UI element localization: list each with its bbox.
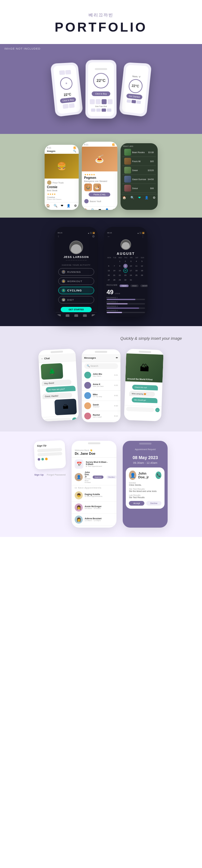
- chat-list-item-5[interactable]: Rachel Let's meet! 8:10: [82, 411, 121, 421]
- nav-icon-2[interactable]: [66, 314, 69, 317]
- fp1-search-icon[interactable]: 🔍: [73, 150, 76, 153]
- chat-search-bar[interactable]: 🔍 Search: [84, 363, 118, 369]
- cal-cell-16[interactable]: 16: [123, 269, 128, 273]
- nav-icon-4[interactable]: [83, 314, 87, 317]
- cp1-header-back[interactable]: ←: [41, 357, 44, 360]
- fp2-tab2[interactable]: 🔍: [91, 208, 95, 210]
- cp3-send-btn[interactable]: →: [155, 408, 159, 412]
- cal-cell-5[interactable]: 5: [140, 259, 144, 264]
- share-icon[interactable]: ↑: [58, 235, 59, 238]
- cal-cell-14[interactable]: 14: [112, 269, 116, 273]
- chat-send-btn[interactable]: →: [72, 417, 77, 422]
- fp3-tab4[interactable]: 👤: [145, 196, 148, 199]
- header-korean-text: 베리끄까빈: [6, 12, 196, 18]
- patient-3[interactable]: 👧 Annie McGregor 09:00am - 10:00am: [72, 502, 116, 514]
- center-btn[interactable]: Click to Buy: [92, 91, 111, 96]
- patient-4[interactable]: 👩 Adinna Bessiani 11:00am - 12:00pm: [72, 514, 116, 526]
- fp1-icons: 📶: [73, 147, 76, 149]
- cal-cell-7[interactable]: 7: [112, 264, 116, 268]
- fp1-content: Frour Truck Cremie Best Steak ★★★★ Conet…: [45, 179, 79, 202]
- fp2-tab4[interactable]: 👤: [105, 208, 109, 210]
- chat-input-field[interactable]: [43, 417, 71, 422]
- cal-cell-11[interactable]: 11: [134, 264, 138, 268]
- nav-icon-3[interactable]: [74, 314, 78, 317]
- fp2-tab1[interactable]: 🏠: [83, 208, 88, 210]
- chat-list-item-4[interactable]: Sarah Thanks! 8:30: [82, 401, 121, 411]
- cal-cell-18[interactable]: 18: [134, 269, 138, 273]
- cal-cell-31[interactable]: 31: [129, 278, 133, 282]
- accept-btn[interactable]: Accept: [129, 501, 144, 506]
- activity-workout[interactable]: 💪 WORKOUT: [58, 277, 94, 285]
- fp1-tab1[interactable]: 🏠: [46, 204, 50, 207]
- fp3-tab3[interactable]: ❤: [138, 196, 141, 199]
- nav-icon-1[interactable]: [57, 314, 61, 317]
- cal-cell-21[interactable]: 21: [112, 273, 116, 277]
- patient1-approve-btn[interactable]: Approve: [93, 475, 103, 478]
- chat-list-item-1[interactable]: John Blu Hey there... 9:41: [82, 370, 121, 380]
- cal-cell-29[interactable]: 29: [118, 278, 122, 282]
- user-name: JESS LARSSON: [64, 255, 89, 258]
- fp3-tab5[interactable]: ⚙: [153, 196, 156, 199]
- cal-cell-15[interactable]: 15: [118, 269, 122, 273]
- fp2-back-icon[interactable]: ←: [107, 235, 110, 238]
- cal-cell-2[interactable]: 2: [123, 259, 128, 264]
- patient-2[interactable]: 👦 Daging Kulafia In Next Appointments: [72, 490, 116, 502]
- cal-cell-13[interactable]: 13: [107, 269, 111, 273]
- day-mon: MON: [107, 257, 112, 258]
- right-btn[interactable]: Get Started: [126, 93, 142, 99]
- day-sun: SUN: [140, 257, 145, 258]
- cal-cell-27[interactable]: 27: [107, 278, 111, 282]
- cal-cell-12[interactable]: 12: [140, 264, 144, 268]
- cal-cell-20[interactable]: 20: [107, 273, 111, 277]
- fp1-tab3[interactable]: ❤: [61, 204, 63, 207]
- settings-icon[interactable]: ⚙: [92, 235, 95, 238]
- cal-cell-22[interactable]: 22: [118, 273, 122, 277]
- get-started-btn[interactable]: GET STARTED: [61, 307, 92, 312]
- decline-btn[interactable]: Decline: [146, 501, 162, 506]
- num-label: Num. V: [132, 75, 141, 78]
- cal-cell-17[interactable]: 17: [129, 269, 133, 273]
- activity-running[interactable]: 🏃 RUNNING: [58, 268, 94, 276]
- patient1-decline-btn[interactable]: Decline: [107, 475, 116, 478]
- activity-cycling[interactable]: 🚴 CYCLING: [58, 287, 94, 294]
- call-icon[interactable]: 📞: [156, 471, 161, 479]
- activity-diet[interactable]: 🥗 DIET: [58, 296, 94, 304]
- fp3-tab2[interactable]: 🔍: [130, 196, 134, 199]
- cal-cell-6[interactable]: 6: [107, 264, 111, 268]
- cal-cell-8[interactable]: 8: [118, 264, 122, 268]
- chat-list-item-3[interactable]: Mike On my way 8:55: [82, 391, 121, 401]
- fp3-time: Have Lans: [123, 145, 133, 147]
- cal-cell-28[interactable]: 28: [112, 278, 116, 282]
- cal-cell-3[interactable]: 3: [129, 259, 133, 264]
- fp1-tab2[interactable]: 🔍: [54, 204, 57, 207]
- chat-list-item-2[interactable]: Anna K See you later 9:20: [82, 380, 121, 391]
- section-weather: IMAGE NOT INCLUDED ☀ 22°C Click to Buy: [0, 44, 202, 134]
- cal-cell-19[interactable]: 19: [140, 269, 144, 273]
- cal-cell-10[interactable]: 10: [129, 264, 133, 268]
- signup-link[interactable]: Sign Up: [34, 473, 44, 476]
- fp2-more-icon[interactable]: ⋮: [141, 235, 144, 238]
- mp2-label-2: Ste Test Results:: [129, 488, 161, 490]
- signup-input-email[interactable]: [37, 447, 62, 452]
- weather-btn[interactable]: Click to Buy: [60, 97, 76, 103]
- cp2-header-icon[interactable]: ✏: [116, 356, 118, 359]
- fp1-tab4[interactable]: 👤: [67, 204, 70, 207]
- nav-icon-5[interactable]: [92, 314, 95, 317]
- pasta-chili-btn[interactable]: Pasta (Chili): [89, 192, 110, 196]
- cal-cell-24[interactable]: 24: [129, 273, 133, 277]
- fp3-tab1[interactable]: 🏠: [122, 196, 126, 199]
- cal-cell-30[interactable]: 30: [123, 278, 128, 282]
- fp1-tab5[interactable]: ⚙: [74, 204, 77, 207]
- progress-label-3: ENDURANCE 3: [107, 305, 145, 307]
- cp3-input[interactable]: [126, 407, 154, 412]
- fp2-tab3[interactable]: ❤: [99, 208, 101, 210]
- cal-cell-1[interactable]: 1: [118, 259, 122, 264]
- signup-input-pass[interactable]: [37, 452, 62, 456]
- cal-cell-9[interactable]: 9: [123, 264, 128, 268]
- cal-cell-26[interactable]: 26: [140, 273, 144, 277]
- forgot-link[interactable]: Forgot Password: [47, 473, 65, 476]
- cal-cell-4[interactable]: 4: [134, 259, 138, 264]
- fp2-tab5[interactable]: ⚙: [112, 208, 115, 210]
- cal-cell-23[interactable]: 23: [123, 273, 128, 277]
- cal-cell-25[interactable]: 25: [134, 273, 138, 277]
